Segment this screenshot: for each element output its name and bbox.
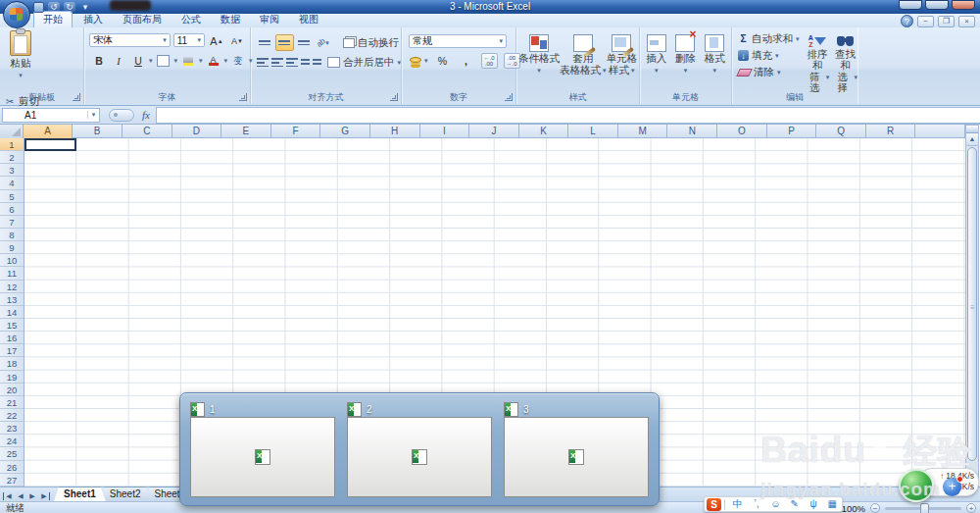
column-header-J[interactable]: J xyxy=(469,125,519,138)
find-select-button[interactable]: 查找和 选择▾ xyxy=(833,31,858,93)
align-left-button[interactable] xyxy=(256,54,270,71)
cell-styles-button[interactable]: 单元格 样式▾ xyxy=(607,31,638,76)
row-header-12[interactable]: 12 xyxy=(0,281,24,293)
column-header-D[interactable]: D xyxy=(172,125,222,138)
row-header-5[interactable]: 5 xyxy=(0,190,24,203)
window-thumbnail-3[interactable]: 3 xyxy=(504,401,649,497)
qat-dropdown-icon[interactable]: ▾ xyxy=(79,2,91,13)
next-sheet-icon[interactable]: ▶ xyxy=(27,492,37,500)
align-middle-button[interactable] xyxy=(275,34,294,51)
row-header-22[interactable]: 22 xyxy=(0,409,24,422)
grow-font-button[interactable]: A▲ xyxy=(208,33,225,49)
font-name-select[interactable]: 宋体 ▾ xyxy=(89,33,171,47)
row-header-11[interactable]: 11 xyxy=(0,267,24,280)
last-sheet-icon[interactable]: ▶ xyxy=(39,492,50,500)
column-header-L[interactable]: L xyxy=(568,125,618,138)
emoji-icon[interactable]: ☺ xyxy=(766,497,785,511)
sort-filter-button[interactable]: AZ 排序和 筛选▾ xyxy=(806,31,830,93)
increase-decimal-button[interactable]: ←.0 .00 xyxy=(481,53,498,69)
sogou-logo-icon[interactable]: S xyxy=(707,498,721,511)
column-header-K[interactable]: K xyxy=(519,125,569,138)
column-header-H[interactable]: H xyxy=(370,125,420,138)
font-color-button[interactable]: A xyxy=(205,53,222,69)
workbook-restore-button[interactable]: ❐ xyxy=(938,16,955,27)
row-header-2[interactable]: 2 xyxy=(0,151,24,164)
font-size-select[interactable]: 11 ▾ xyxy=(173,33,205,47)
italic-button[interactable]: I xyxy=(110,53,127,69)
redo-icon[interactable]: ↻ xyxy=(64,2,75,13)
tab-数据[interactable]: 数据 xyxy=(212,12,249,27)
paste-button[interactable]: 粘贴 ▾ xyxy=(4,30,37,89)
row-header-15[interactable]: 15 xyxy=(0,319,24,332)
column-header-B[interactable]: B xyxy=(73,125,122,138)
restore-button[interactable] xyxy=(925,0,949,10)
row-header-18[interactable]: 18 xyxy=(0,357,24,370)
column-header-I[interactable]: I xyxy=(420,125,470,138)
wrap-text-button[interactable]: 自动换行 xyxy=(341,35,401,50)
row-header-13[interactable]: 13 xyxy=(0,293,24,306)
row-header-4[interactable]: 4 xyxy=(0,177,24,189)
row-header-21[interactable]: 21 xyxy=(0,396,24,409)
column-header-Q[interactable]: Q xyxy=(816,125,866,138)
merge-center-button[interactable]: 合并后居中 ▾ xyxy=(325,55,403,70)
tab-审阅[interactable]: 审阅 xyxy=(251,12,288,27)
column-header-E[interactable]: E xyxy=(221,125,271,138)
toolbox-grid-icon[interactable]: ▦ xyxy=(823,497,842,511)
minimize-button[interactable] xyxy=(899,0,922,10)
office-button[interactable] xyxy=(3,1,30,28)
pencil-icon[interactable]: ✎ xyxy=(785,497,804,511)
workbook-minimize-button[interactable]: − xyxy=(917,16,934,27)
column-header-C[interactable]: C xyxy=(122,125,172,138)
number-format-select[interactable]: 常规 ▾ xyxy=(409,34,507,48)
conditional-formatting-button[interactable]: 条件格式 ▾ xyxy=(518,31,560,76)
shrink-font-button[interactable]: A▼ xyxy=(228,33,246,49)
column-header-O[interactable]: O xyxy=(717,125,767,138)
row-header-19[interactable]: 19 xyxy=(0,371,24,384)
vertical-scrollbar[interactable]: ▲ xyxy=(965,125,979,487)
column-header-R[interactable]: R xyxy=(866,125,916,138)
delete-cells-button[interactable]: 删除 ▾ xyxy=(675,31,696,76)
split-handle[interactable] xyxy=(966,126,978,133)
vertical-scroll-thumb[interactable] xyxy=(967,147,977,461)
first-sheet-icon[interactable]: ◀ xyxy=(3,492,14,500)
save-icon[interactable] xyxy=(33,2,44,13)
currency-format-button[interactable]: ▾ xyxy=(410,57,428,65)
increase-indent-button[interactable] xyxy=(312,54,322,71)
fill-button[interactable]: ↓ 填充 ▾ xyxy=(736,48,802,63)
select-all-corner[interactable] xyxy=(0,125,24,138)
orientation-button[interactable]: ab▾ xyxy=(314,34,332,51)
chevron-down-icon[interactable]: ▾ xyxy=(87,111,99,119)
row-header-3[interactable]: 3 xyxy=(0,164,24,177)
insert-cells-button[interactable]: 插入 ▾ xyxy=(646,31,666,76)
percent-style-button[interactable]: % xyxy=(434,53,452,69)
align-center-button[interactable] xyxy=(270,54,284,71)
row-header-23[interactable]: 23 xyxy=(0,422,24,435)
phonetic-guide-button[interactable]: 变 xyxy=(229,53,247,69)
tab-开始[interactable]: 开始 xyxy=(33,11,73,27)
tab-插入[interactable]: 插入 xyxy=(74,12,112,27)
sheet-tab-sheet2[interactable]: Sheet2 xyxy=(100,487,151,501)
row-header-27[interactable]: 27 xyxy=(0,474,24,487)
window-thumbnail-1[interactable]: 1 xyxy=(190,401,335,497)
tab-视图[interactable]: 视图 xyxy=(290,12,327,27)
row-header-8[interactable]: 8 xyxy=(0,229,24,241)
mic-icon[interactable]: ψ xyxy=(804,497,822,511)
row-header-24[interactable]: 24 xyxy=(0,435,24,447)
column-header-N[interactable]: N xyxy=(667,125,717,138)
workbook-close-button[interactable]: × xyxy=(958,16,975,27)
column-header-M[interactable]: M xyxy=(618,125,668,138)
row-header-26[interactable]: 26 xyxy=(0,461,24,474)
row-header-1[interactable]: 1 xyxy=(0,138,24,151)
row-header-17[interactable]: 17 xyxy=(0,344,24,357)
autosum-button[interactable]: Σ 自动求和 ▾ xyxy=(736,31,802,46)
bold-button[interactable]: B xyxy=(90,53,108,69)
prev-sheet-icon[interactable]: ◀ xyxy=(16,492,25,500)
row-header-6[interactable]: 6 xyxy=(0,203,24,216)
dialog-launcher-icon[interactable] xyxy=(505,93,513,101)
column-header-P[interactable]: P xyxy=(767,125,817,138)
tab-页面布局[interactable]: 页面布局 xyxy=(114,12,171,27)
formula-input[interactable] xyxy=(156,107,980,124)
chinese-mode-icon[interactable]: 中 xyxy=(728,497,747,511)
scroll-up-icon[interactable]: ▲ xyxy=(966,133,978,146)
row-header-7[interactable]: 7 xyxy=(0,216,24,229)
